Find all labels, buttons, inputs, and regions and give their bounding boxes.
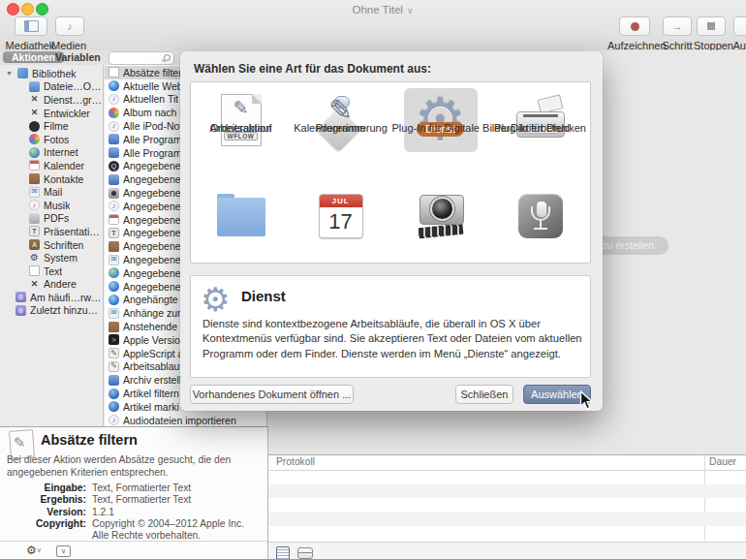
sidebar-item-fotos[interactable]: Fotos	[0, 133, 103, 146]
log-row	[268, 470, 746, 484]
info-field-ergebnis: Ergebnis:Text, Formatierter Text	[0, 494, 267, 506]
sidebar-item-schriften[interactable]: Schriften	[0, 238, 103, 252]
sidebar-item-label: Mail	[44, 186, 62, 198]
gear-icon	[416, 95, 466, 145]
doc-type-kalendererinnerung[interactable]: JUL17Kalendererinnerung	[291, 176, 390, 264]
mail-icon	[109, 308, 119, 319]
gear-icon: ⚙	[201, 280, 230, 319]
sidebar-item-dienst-gramme[interactable]: Dienst…gramme	[0, 93, 103, 107]
app-icon	[109, 375, 119, 386]
sidebar-item-kontakte[interactable]: Kontakte	[0, 172, 103, 186]
sidebar-item-label: Musik	[44, 200, 70, 211]
panel-toggle-button[interactable]: ∨	[56, 545, 71, 557]
folder-icon	[217, 198, 265, 236]
camera-icon	[109, 188, 119, 199]
title-chevron-icon[interactable]: ∨	[407, 6, 414, 16]
dialog-title: Wählen Sie eine Art für das Dokument aus…	[194, 62, 431, 76]
sidebar-item-musik[interactable]: Musik	[0, 199, 103, 212]
rss-icon	[109, 401, 119, 412]
doc-type-label-holder: Diktierbefehl	[511, 122, 570, 135]
open-existing-document-button[interactable]: Vorhandenes Dokument öffnen ...	[190, 385, 354, 404]
doc-type-ordneraktion[interactable]: Ordneraktion	[191, 176, 291, 264]
info-field-key: Version:	[0, 507, 92, 518]
log-view-icon[interactable]	[276, 546, 290, 560]
sidebar-item-pr-sentationen[interactable]: Präsentationen	[0, 225, 103, 238]
action-item-label: Angegebene	[123, 281, 181, 293]
mouse-cursor	[579, 390, 594, 411]
record-button[interactable]	[619, 16, 650, 36]
info-field-eingabe: Eingabe:Text, Formatierter Text	[0, 482, 267, 494]
mail-icon	[29, 187, 40, 198]
mediathek-button[interactable]	[15, 16, 47, 36]
safari-icon	[109, 295, 119, 305]
action-item-label: Angegebene	[123, 267, 181, 279]
film-strip	[418, 224, 463, 239]
sidebar-item-am-h-ufi-rwendet[interactable]: Am häufi…rwendet	[0, 291, 103, 304]
action-item-label: Album nach N	[123, 107, 187, 118]
smart-icon	[16, 292, 26, 302]
log-row	[268, 498, 746, 513]
sidebar-item-filme[interactable]: Filme	[0, 119, 103, 133]
zoom-window-button[interactable]	[36, 3, 48, 16]
rss-icon	[109, 389, 119, 399]
action-menu-button[interactable]: ⚙∨	[26, 544, 42, 557]
info-title: Absätze filtern	[41, 432, 138, 448]
stop-button[interactable]	[697, 16, 726, 36]
run-button[interactable]	[733, 16, 746, 36]
sidebar-item-label: Präsentationen	[44, 226, 103, 237]
movies-icon	[29, 121, 40, 132]
disclosure-triangle-icon[interactable]: ▼	[6, 70, 14, 77]
tab-variablen[interactable]: Variablen	[55, 51, 101, 63]
record-icon	[631, 22, 639, 31]
app-icon	[109, 134, 119, 144]
sidebar-item-system[interactable]: System	[0, 251, 103, 264]
minimize-window-button[interactable]	[21, 3, 34, 16]
sidebar-item-text[interactable]: Text	[0, 264, 103, 278]
document-type-grid: WFLOWArbeitsablaufProgrammDienstPlug-In …	[190, 81, 591, 264]
medien-button[interactable]: ♪	[55, 16, 84, 36]
sidebar-item-pdfs[interactable]: PDFs	[0, 212, 103, 226]
sidebar-item-label: Kalender	[44, 160, 84, 171]
sidebar-item-mail[interactable]: Mail	[0, 185, 103, 199]
sidebar-item-label: Fotos	[44, 134, 69, 145]
doc-type-label-holder: Ordneraktion	[210, 122, 272, 135]
xtools-icon	[29, 279, 40, 290]
qt-icon	[109, 161, 119, 171]
pres-icon	[29, 226, 40, 236]
doc-type-label: Kalendererinnerung	[294, 122, 388, 134]
variables-view-icon[interactable]	[297, 547, 313, 559]
sidebar-item-label: System	[44, 252, 78, 264]
close-dialog-button[interactable]: Schließen	[455, 385, 513, 404]
info-field-key: Ergebnis:	[0, 494, 92, 506]
action-item-label: Angegebene	[123, 214, 181, 226]
sidebar-item-dateie-ordner[interactable]: Dateie…Ordner	[0, 80, 103, 94]
search-icon	[164, 54, 171, 61]
sidebar-item-andere[interactable]: Andere	[0, 278, 103, 292]
sidebar-item-entwickler[interactable]: Entwickler	[0, 107, 103, 120]
sidebar-item-bibliothek[interactable]: ▼ Bibliothek	[0, 67, 103, 80]
itunes-icon	[109, 94, 119, 105]
sidebar-item-internet[interactable]: Internet	[0, 146, 103, 160]
finder-icon	[29, 81, 40, 92]
log-row	[268, 526, 746, 541]
log-column-protokoll[interactable]: Protokoll	[276, 456, 315, 467]
search-field[interactable]	[109, 51, 174, 65]
close-window-button[interactable]	[7, 3, 19, 16]
log-column-dauer[interactable]: Dauer	[709, 456, 736, 467]
doc-type-plug-in-f-r-digitale-bilder[interactable]: Plug-In für Digitale Bilder	[390, 176, 490, 264]
robot-head-icon	[334, 96, 350, 109]
doc-type-diktierbefehl[interactable]: Diktierbefehl	[490, 176, 590, 264]
step-button[interactable]: →	[663, 16, 692, 36]
doc-type-icon-holder	[204, 182, 278, 246]
action-item-label: Artikel filtern	[123, 388, 179, 399]
mail-icon	[109, 255, 119, 265]
stop-icon	[707, 22, 715, 30]
doc-type-icon-holder	[504, 88, 577, 152]
itunes-icon	[109, 121, 119, 132]
doc-type-icon-holder: JUL17	[304, 182, 378, 246]
sidebar-item-zuletzt-hinzugef-gt[interactable]: Zuletzt hinzugefügt	[0, 304, 103, 318]
globe-icon	[109, 267, 119, 278]
action-item-audiodateien-importieren[interactable]: Audiodateien importieren	[105, 414, 266, 426]
sidebar-item-kalender[interactable]: Kalender	[0, 159, 103, 172]
app-icon	[109, 147, 119, 158]
